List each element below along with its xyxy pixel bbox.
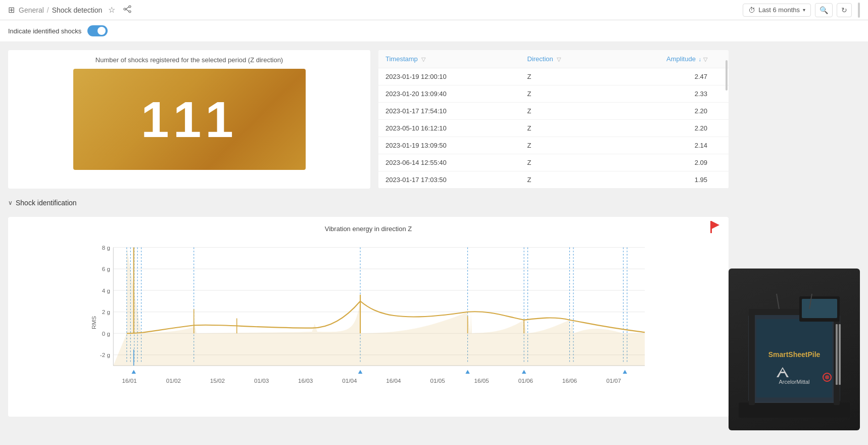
vibration-chart: RMS 8 g 6 g 4 g 2 g 0 g -2 g	[16, 237, 720, 409]
shock-identification-section[interactable]: ∨ Shock identification	[8, 197, 729, 209]
table-row[interactable]: 2023-01-17 17:03:50 Z 1.95	[378, 171, 729, 189]
right-edge-indicator	[858, 3, 860, 18]
cell-amplitude-2: 2.20	[611, 103, 714, 120]
col-timestamp[interactable]: Timestamp ▽	[378, 50, 520, 68]
right-panel: SmartSheetPile ArcelorMittal	[729, 50, 860, 438]
zoom-icon: 🔍	[819, 6, 828, 14]
cell-timestamp-5: 2023-06-14 12:55:40	[378, 154, 520, 171]
cell-timestamp-0: 2023-01-19 12:00:10	[378, 68, 520, 85]
svg-text:SmartSheetPile: SmartSheetPile	[768, 350, 821, 359]
x-label-12: 01/07	[606, 377, 621, 384]
cell-amplitude-5: 2.09	[611, 154, 714, 171]
y-label-neg2g: -2 g	[100, 351, 110, 358]
top-section: Number of shocks registered for the sele…	[8, 50, 729, 189]
x-label-7: 16/04	[386, 377, 401, 384]
svg-line-3	[126, 7, 129, 9]
table-row[interactable]: 2023-01-19 13:09:50 Z 2.14	[378, 137, 729, 154]
y-label-0g: 0 g	[102, 330, 110, 337]
section-chevron-icon: ∨	[8, 199, 13, 206]
x-label-9: 16/05	[474, 377, 489, 384]
clock-icon: ⏱	[748, 6, 755, 14]
chart-area-fill	[113, 247, 645, 366]
top-bar: ⊞ General / Shock detection ☆ ⏱ Last 6 m…	[0, 0, 868, 20]
cell-spacer-2	[714, 103, 729, 120]
cell-direction-3: Z	[520, 120, 611, 137]
col-direction[interactable]: Direction ▽	[520, 50, 611, 68]
refresh-icon: ↻	[841, 6, 847, 14]
left-panel: Number of shocks registered for the sele…	[8, 50, 729, 438]
indicate-shocks-toggle[interactable]	[87, 25, 108, 36]
svg-line-4	[126, 9, 129, 12]
x-label-1: 16/01	[122, 377, 137, 384]
svg-point-0	[129, 6, 131, 8]
chevron-down-icon: ▾	[803, 7, 805, 13]
time-range-label: Last 6 months	[758, 6, 800, 14]
y-axis-label: RMS	[90, 316, 97, 329]
table-header: Timestamp ▽ Direction ▽ Amplitude ↓▽	[378, 50, 729, 68]
cell-amplitude-0: 2.47	[611, 68, 714, 85]
x-label-6: 01/04	[342, 377, 357, 384]
direction-filter-icon: ▽	[557, 56, 561, 62]
svg-point-1	[129, 11, 131, 13]
triangle-2	[358, 370, 363, 374]
control-bar: Indicate identified shocks	[0, 20, 868, 42]
time-range-selector[interactable]: ⏱ Last 6 months ▾	[743, 4, 811, 17]
refresh-button[interactable]: ↻	[837, 3, 852, 17]
triangle-1	[131, 370, 136, 374]
table-row[interactable]: 2023-01-17 17:54:10 Z 2.20	[378, 103, 729, 120]
table-row[interactable]: 2023-05-10 16:12:10 Z 2.20	[378, 120, 729, 137]
chart-container: RMS 8 g 6 g 4 g 2 g 0 g -2 g	[16, 237, 720, 409]
svg-point-18	[825, 375, 829, 379]
triangle-5	[623, 370, 628, 374]
breadcrumb-current: Shock detection	[52, 6, 103, 14]
cell-timestamp-1: 2023-01-20 13:09:40	[378, 85, 520, 103]
cell-direction-0: Z	[520, 68, 611, 85]
cell-amplitude-1: 2.33	[611, 85, 714, 103]
cell-timestamp-3: 2023-05-10 16:12:10	[378, 120, 520, 137]
svg-point-2	[124, 8, 126, 10]
shock-count-card: Number of shocks registered for the sele…	[8, 50, 370, 189]
share-icon	[123, 5, 131, 13]
table-row[interactable]: 2023-06-14 12:55:40 Z 2.09	[378, 154, 729, 171]
y-label-6g: 6 g	[102, 265, 110, 272]
cell-direction-5: Z	[520, 154, 611, 171]
svg-rect-21	[836, 324, 838, 385]
svg-marker-5	[711, 221, 719, 229]
svg-rect-10	[749, 309, 755, 405]
shocks-table: Timestamp ▽ Direction ▽ Amplitude ↓▽	[378, 50, 729, 189]
col-amplitude[interactable]: Amplitude ↓▽	[611, 50, 714, 68]
section-title: Shock identification	[16, 199, 77, 207]
cell-direction-1: Z	[520, 85, 611, 103]
cell-amplitude-4: 2.14	[611, 137, 714, 154]
cell-spacer-3	[714, 120, 729, 137]
share-button[interactable]	[121, 4, 133, 16]
zoom-button[interactable]: 🔍	[815, 3, 833, 17]
svg-rect-22	[839, 324, 841, 385]
table-header-row: Timestamp ▽ Direction ▽ Amplitude ↓▽	[378, 50, 729, 68]
triangle-3	[465, 370, 470, 374]
x-label-2: 01/02	[166, 377, 181, 384]
star-button[interactable]: ☆	[106, 4, 117, 16]
shock-number: 111	[141, 91, 237, 149]
table-row[interactable]: 2023-01-20 13:09:40 Z 2.33	[378, 85, 729, 103]
x-label-8: 01/05	[430, 377, 445, 384]
svg-rect-7	[739, 403, 850, 418]
cell-amplitude-3: 2.20	[611, 120, 714, 137]
y-label-8g: 8 g	[102, 244, 110, 251]
toggle-slider	[87, 25, 108, 36]
table-body: 2023-01-19 12:00:10 Z 2.47 2023-01-20 13…	[378, 68, 729, 189]
main-content: Number of shocks registered for the sele…	[0, 42, 868, 445]
y-label-4g: 4 g	[102, 287, 110, 294]
top-bar-left: ⊞ General / Shock detection ☆	[8, 4, 133, 16]
breadcrumb-separator: /	[47, 6, 49, 14]
chart-panel: Vibration energy in direction Z RMS	[8, 217, 729, 417]
table-scrollbar[interactable]	[726, 60, 728, 91]
cell-amplitude-6: 1.95	[611, 171, 714, 189]
shock-count-title: Number of shocks registered for the sele…	[95, 56, 283, 64]
svg-rect-6	[710, 221, 712, 233]
breadcrumb-parent[interactable]: General	[19, 6, 44, 14]
table-row[interactable]: 2023-01-19 12:00:10 Z 2.47	[378, 68, 729, 85]
toggle-label: Indicate identified shocks	[8, 27, 81, 35]
cell-spacer-4	[714, 137, 729, 154]
cell-timestamp-4: 2023-01-19 13:09:50	[378, 137, 520, 154]
